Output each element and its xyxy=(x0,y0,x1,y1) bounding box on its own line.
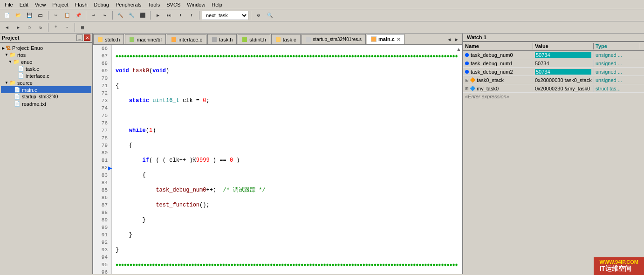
watch-value-0: 50734 xyxy=(533,52,594,58)
tree-interface-c[interactable]: 📄 interface.c xyxy=(1,72,91,79)
menu-flash[interactable]: Flash xyxy=(72,1,90,8)
menu-svcs[interactable]: SVCS xyxy=(164,1,183,8)
menu-project[interactable]: Project xyxy=(49,1,71,8)
save-all-btn[interactable]: 🗃 xyxy=(35,10,46,21)
watch-row-3[interactable]: ⊞ 🔶 task0_stack 0x20000030 task0_stack u… xyxy=(463,76,644,84)
watch-row-4[interactable]: ⊞ 🔷 my_task0 0x20000230 &my_task0 struct… xyxy=(463,84,644,93)
rebuild-btn[interactable]: 🔧 xyxy=(126,10,137,21)
tab-stdint[interactable]: stdint.h xyxy=(238,34,270,44)
code-line-77: } xyxy=(116,216,459,224)
tree-readme[interactable]: 📄 readme.txt xyxy=(1,100,91,107)
tree-source[interactable]: ▼ 📁 source xyxy=(1,79,91,86)
tab-icon xyxy=(306,37,311,42)
tree-enuo[interactable]: ▼ 📁 enuo xyxy=(1,58,91,65)
menu-file[interactable]: File xyxy=(2,1,16,8)
project-minimize-btn[interactable]: _ xyxy=(76,34,83,41)
watch-row-0[interactable]: task_debug_num0 50734 unsigned ... xyxy=(463,51,644,59)
tab-close-btn[interactable]: ✕ xyxy=(397,37,400,42)
menu-peripherals[interactable]: Peripherals xyxy=(113,1,144,8)
copy-btn[interactable]: 📋 xyxy=(62,10,72,21)
watch-value-2: 50734 xyxy=(533,69,594,75)
sep6 xyxy=(251,11,251,20)
redo-btn[interactable]: ↪ xyxy=(100,10,110,21)
arrow-icon: ▶ xyxy=(2,46,5,50)
watch-row-1[interactable]: task_debug_num1 50734 unsigned ... xyxy=(463,59,644,68)
menu-tools[interactable]: Tools xyxy=(145,1,163,8)
tab-task-h[interactable]: task.h xyxy=(207,34,237,44)
tab-machine[interactable]: machine/bf xyxy=(125,34,166,44)
prev-btn[interactable]: ◀ xyxy=(2,22,12,33)
expand-icon-3[interactable]: ⊞ xyxy=(465,78,469,82)
debug-btn[interactable]: ▶ xyxy=(153,10,163,21)
watch-panel: Watch 1 Name Value Type task_debug_num0 … xyxy=(462,34,644,274)
tab-label: machine/bf xyxy=(137,37,162,42)
arrow-icon: ▼ xyxy=(5,53,8,57)
tree-task-c[interactable]: 📄 task.c xyxy=(1,65,91,72)
watch-enter-expr[interactable]: «Enter expression» xyxy=(463,93,644,100)
code-line-79: } xyxy=(116,246,459,254)
undo-btn[interactable]: ↩ xyxy=(89,10,99,21)
file-icon: 📄 xyxy=(18,73,24,79)
tree-label: startup_stm32f40 xyxy=(22,94,58,99)
arrow-icon: ▼ xyxy=(5,81,8,85)
search-btn[interactable]: 🔍 xyxy=(265,10,275,21)
step-in-btn[interactable]: ⬇ xyxy=(175,10,185,21)
home-btn[interactable]: ⌂ xyxy=(24,22,34,33)
sep5 xyxy=(199,11,199,20)
scroll-up-arrow[interactable]: ▲ xyxy=(457,47,460,53)
menu-view[interactable]: View xyxy=(32,1,49,8)
watch-row-2[interactable]: task_debug_num2 50734 unsigned ... xyxy=(463,68,644,76)
cut-btn[interactable]: ✂ xyxy=(51,10,61,21)
next-btn[interactable]: ▶ xyxy=(13,22,23,33)
menu-edit[interactable]: Edit xyxy=(17,1,31,8)
file-icon: 📄 xyxy=(14,94,21,100)
code-line-71: while(1) xyxy=(116,127,459,134)
open-btn[interactable]: 📂 xyxy=(13,10,23,21)
menu-help[interactable]: Help xyxy=(209,1,225,8)
watch-name-4: ⊞ 🔷 my_task0 xyxy=(463,85,533,92)
zoom-in-btn[interactable]: + xyxy=(51,22,61,33)
tab-task-c[interactable]: task.c xyxy=(271,34,301,44)
new-btn[interactable]: 📄 xyxy=(2,10,12,21)
file-icon: 📄 xyxy=(14,87,21,93)
stop-btn[interactable]: ⬛ xyxy=(137,10,148,21)
code-editor[interactable]: 6667686970717273747576777879808182838485… xyxy=(93,45,462,274)
build-btn[interactable]: 🔨 xyxy=(115,10,125,21)
step-over-btn[interactable]: ⏭ xyxy=(164,10,174,21)
tab-startup[interactable]: startup_stm32f401res.s xyxy=(301,34,366,44)
watch-name-1: task_debug_num1 xyxy=(463,60,533,67)
watch-value-highlight-2: 50734 xyxy=(535,69,591,75)
save-btn[interactable]: 💾 xyxy=(24,10,34,21)
tree-project-root[interactable]: ▶ 🏗 Project: Enuo xyxy=(1,45,91,51)
settings-btn[interactable]: ⚙ xyxy=(253,10,264,21)
target-dropdown[interactable]: next_task xyxy=(202,11,248,20)
col-value: Value xyxy=(533,43,594,49)
zoom-out-btn[interactable]: - xyxy=(62,22,72,33)
step-out-btn[interactable]: ⬆ xyxy=(186,10,197,21)
project-panel: Project _ ✕ ▶ 🏗 Project: Enuo ▼ 📁 rtos ▼ xyxy=(0,34,93,274)
tree-startup[interactable]: 📄 startup_stm32f40 xyxy=(1,93,91,100)
project-close-btn[interactable]: ✕ xyxy=(84,34,90,41)
tree-rtos[interactable]: ▼ 📁 rtos xyxy=(1,51,91,58)
tab-interface[interactable]: interface.c xyxy=(167,34,206,44)
watch-type-1: unsigned ... xyxy=(594,60,640,67)
tab-right-arrow[interactable]: ▶ xyxy=(453,36,460,43)
tree-main-c[interactable]: 📄 main.c xyxy=(1,86,91,93)
tab-main-c[interactable]: main.c ✕ xyxy=(367,34,404,44)
menu-debug[interactable]: Debug xyxy=(91,1,112,8)
tab-icon xyxy=(242,37,247,42)
layout-btn[interactable]: ▦ xyxy=(77,22,88,33)
menu-window[interactable]: Window xyxy=(184,1,208,8)
tab-stdlo[interactable]: stdlo.h xyxy=(93,34,124,44)
refresh-btn[interactable]: ↻ xyxy=(35,22,46,33)
paste-btn[interactable]: 📌 xyxy=(73,10,83,21)
col-type: Type xyxy=(594,43,640,49)
watch-type-3: unsigned ... xyxy=(594,77,640,83)
tree-label: interface.c xyxy=(26,73,49,79)
expand-icon-4[interactable]: ⊞ xyxy=(465,86,469,91)
current-line-arrow: ▶ xyxy=(108,164,112,172)
toolbar-2: ◀ ▶ ⌂ ↻ + - ▦ xyxy=(0,21,644,34)
tab-left-arrow[interactable]: ◀ xyxy=(445,36,453,43)
code-line-74: { xyxy=(116,172,459,179)
tab-icon xyxy=(212,37,217,42)
